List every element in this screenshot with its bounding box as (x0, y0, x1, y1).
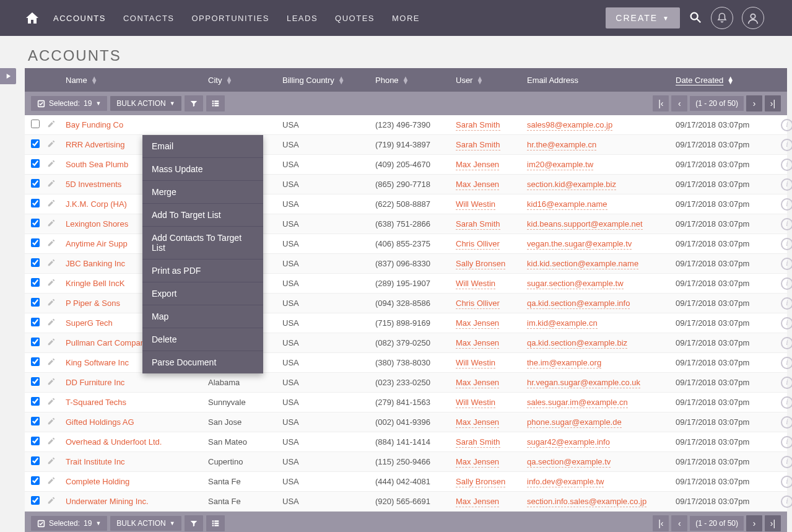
account-name-link[interactable]: Pullman Cart Company (66, 338, 149, 347)
edit-icon[interactable] (47, 378, 56, 388)
col-date[interactable]: Date Created ▲▼ (676, 76, 775, 85)
bulk-action-button[interactable]: BULK ACTION ▼ (110, 96, 181, 111)
col-user[interactable]: User ▲▼ (456, 76, 527, 85)
edit-icon[interactable] (47, 299, 56, 308)
info-icon[interactable]: i (781, 198, 792, 211)
account-name-link[interactable]: Kringle Bell IncK (66, 279, 124, 288)
account-name-link[interactable]: Bay Funding Co (66, 120, 123, 129)
account-name-link[interactable]: King Software Inc (66, 358, 129, 367)
edit-icon[interactable] (47, 359, 56, 368)
bulk-action-item[interactable]: Merge (142, 181, 263, 204)
row-checkbox[interactable] (31, 357, 40, 366)
user-icon[interactable] (742, 7, 764, 29)
user-link[interactable]: Will Westin (456, 199, 495, 210)
row-checkbox[interactable] (31, 219, 40, 227)
info-icon[interactable]: i (781, 396, 792, 409)
row-checkbox[interactable] (31, 179, 40, 188)
row-checkbox[interactable] (31, 456, 40, 465)
email-link[interactable]: kid.beans.support@example.net (527, 219, 643, 230)
edit-icon[interactable] (47, 160, 56, 170)
bulk-action-item[interactable]: Email (142, 135, 263, 158)
user-link[interactable]: Will Westin (456, 358, 495, 368)
account-name-link[interactable]: Trait Institute Inc (66, 457, 125, 466)
bulk-action-item[interactable]: Add Contacts To Target List (142, 227, 263, 259)
side-panel-toggle[interactable] (0, 68, 16, 84)
columns-icon[interactable] (206, 95, 225, 111)
user-link[interactable]: Sarah Smith (456, 120, 500, 131)
info-icon[interactable]: i (781, 139, 792, 151)
email-link[interactable]: hr.vegan.sugar@example.co.uk (527, 378, 640, 388)
user-link[interactable]: Max Jensen (456, 318, 499, 329)
row-checkbox[interactable] (31, 139, 40, 148)
account-name-link[interactable]: Anytime Air Supp (66, 239, 128, 248)
bulk-action-item[interactable]: Export (142, 282, 263, 305)
create-button[interactable]: CREATE ▼ (606, 7, 680, 28)
info-icon[interactable]: i (781, 495, 792, 508)
row-checkbox[interactable] (31, 120, 40, 128)
home-icon[interactable] (25, 11, 40, 25)
row-checkbox[interactable] (31, 199, 40, 207)
info-icon[interactable]: i (781, 456, 792, 468)
edit-icon[interactable] (47, 438, 56, 447)
email-link[interactable]: hr.the@example.cn (527, 140, 596, 150)
edit-icon[interactable] (47, 497, 56, 507)
user-link[interactable]: Sarah Smith (456, 219, 500, 230)
info-icon[interactable]: i (781, 416, 792, 429)
email-link[interactable]: section.kid@example.biz (527, 180, 616, 190)
row-checkbox[interactable] (31, 437, 40, 445)
edit-icon[interactable] (47, 200, 56, 209)
account-name-link[interactable]: J.K.M. Corp (HA) (66, 199, 127, 209)
email-link[interactable]: qa.kid.section@example.biz (527, 338, 627, 349)
col-name[interactable]: Name ▲▼ (66, 76, 208, 85)
bulk-action-item[interactable]: Mass Update (142, 158, 263, 181)
account-name-link[interactable]: SuperG Tech (66, 318, 113, 328)
user-link[interactable]: Will Westin (456, 398, 495, 408)
email-link[interactable]: sales98@example.co.jp (527, 120, 612, 131)
pager-next[interactable]: › (746, 515, 762, 531)
bulk-action-item[interactable]: Add To Target List (142, 204, 263, 227)
edit-icon[interactable] (47, 339, 56, 348)
info-icon[interactable]: i (781, 317, 792, 329)
account-name-link[interactable]: Complete Holding (66, 477, 129, 486)
info-icon[interactable]: i (781, 377, 792, 389)
email-link[interactable]: phone.sugar@example.de (527, 417, 622, 428)
pager-last[interactable]: ›| (765, 515, 781, 531)
info-icon[interactable]: i (781, 337, 792, 349)
info-icon[interactable]: i (781, 297, 792, 310)
account-name-link[interactable]: South Sea Plumb (66, 160, 128, 169)
email-link[interactable]: info.dev@example.tw (527, 477, 604, 487)
notifications-icon[interactable] (711, 7, 733, 29)
user-link[interactable]: Chris Olliver (456, 299, 500, 309)
nav-contacts[interactable]: CONTACTS (123, 14, 175, 23)
edit-icon[interactable] (47, 220, 56, 229)
row-checkbox[interactable] (31, 278, 40, 287)
pager-first[interactable]: |‹ (653, 515, 669, 531)
info-icon[interactable]: i (781, 258, 792, 270)
bulk-action-item[interactable]: Print as PDF (142, 259, 263, 282)
row-checkbox[interactable] (31, 238, 40, 247)
row-checkbox[interactable] (31, 258, 40, 267)
info-icon[interactable]: i (781, 119, 792, 131)
row-checkbox[interactable] (31, 476, 40, 485)
edit-icon[interactable] (47, 240, 56, 249)
user-link[interactable]: Max Jensen (456, 378, 499, 388)
nav-accounts[interactable]: ACCOUNTS (53, 14, 106, 23)
row-checkbox[interactable] (31, 417, 40, 425)
user-link[interactable]: Max Jensen (456, 497, 499, 507)
user-link[interactable]: Sarah Smith (456, 140, 500, 150)
user-link[interactable]: Will Westin (456, 279, 495, 289)
user-link[interactable]: Sally Bronsen (456, 259, 505, 269)
info-icon[interactable]: i (781, 476, 792, 488)
nav-more[interactable]: MORE (392, 14, 420, 23)
edit-icon[interactable] (47, 121, 56, 130)
email-link[interactable]: qa.section@example.tv (527, 457, 611, 468)
col-phone[interactable]: Phone ▲▼ (375, 76, 456, 85)
row-checkbox[interactable] (31, 318, 40, 326)
edit-icon[interactable] (47, 180, 56, 190)
info-icon[interactable]: i (781, 277, 792, 290)
user-link[interactable]: Max Jensen (456, 417, 499, 428)
email-link[interactable]: sugar42@example.info (527, 437, 610, 448)
selected-button[interactable]: Selected: 19 ▼ (31, 516, 107, 531)
edit-icon[interactable] (47, 418, 56, 427)
bulk-action-button[interactable]: BULK ACTION ▼ (110, 516, 181, 531)
